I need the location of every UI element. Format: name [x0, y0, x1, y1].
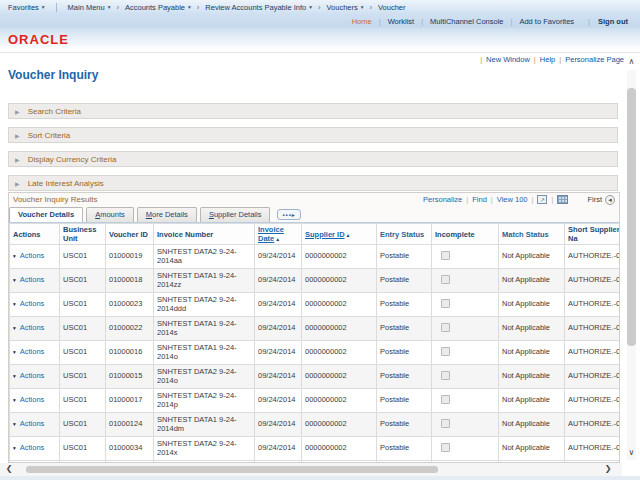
divider — [56, 3, 57, 12]
cell-match-status: Not Applicable — [499, 317, 565, 341]
dropdown-arrow-icon[interactable] — [13, 421, 16, 427]
scroll-down-icon[interactable] — [625, 447, 638, 459]
dropdown-arrow-icon[interactable] — [13, 397, 16, 403]
scroll-left-icon[interactable] — [3, 463, 15, 475]
page-link-new-window[interactable]: New Window — [486, 55, 530, 64]
incomplete-checkbox[interactable] — [441, 395, 450, 404]
breadcrumb-item-accounts-payable[interactable]: Accounts Payable — [122, 3, 194, 12]
tab-supplier-details[interactable]: Supplier Details — [200, 207, 271, 222]
dropdown-arrow-icon[interactable] — [13, 301, 16, 307]
cell-actions: Actions — [10, 389, 60, 413]
col-invoice-date[interactable]: Invoice Date — [255, 224, 302, 245]
actions-link[interactable]: Actions — [20, 275, 45, 284]
breadcrumb-item-label: Review Accounts Payable Info — [205, 3, 306, 12]
expand-arrow-icon — [15, 180, 20, 187]
toolbar-link-add-to-favorites[interactable]: Add to Favorites — [519, 17, 574, 26]
col-incomplete: Incomplete — [432, 224, 499, 245]
cell-match-status: Not Applicable — [499, 269, 565, 293]
cell-supplier-id: 0000000002 — [302, 269, 377, 293]
cell-invoice-date: 09/24/2014 — [255, 365, 302, 389]
cell-voucher-id: 01000019 — [106, 245, 154, 269]
col-short-supplier-na: Short Supplier Na — [565, 224, 621, 245]
dropdown-arrow-icon[interactable] — [13, 277, 16, 283]
section-label: Display Currency Criteria — [28, 155, 117, 164]
incomplete-checkbox[interactable] — [441, 371, 450, 380]
vertical-scrollbar-thumb[interactable] — [627, 88, 636, 346]
results-link-view-100[interactable]: View 100 — [497, 195, 528, 204]
col-supplier-id[interactable]: Supplier ID — [302, 224, 377, 245]
actions-link[interactable]: Actions — [20, 299, 45, 308]
section-label: Sort Criteria — [28, 131, 71, 140]
incomplete-checkbox[interactable] — [441, 323, 450, 332]
actions-link[interactable]: Actions — [20, 251, 45, 260]
results-tabs-row: Voucher DetailsAmountsMore DetailsSuppli… — [9, 206, 619, 223]
toolbar-link-worklist[interactable]: Worklist — [388, 17, 415, 26]
incomplete-checkbox[interactable] — [441, 443, 450, 452]
dropdown-arrow-icon[interactable] — [13, 325, 16, 331]
actions-link[interactable]: Actions — [20, 395, 45, 404]
dropdown-arrow-icon[interactable] — [13, 349, 16, 355]
actions-link[interactable]: Actions — [20, 347, 45, 356]
col-match-status[interactable]: Match Status — [499, 224, 565, 245]
circle-left-arrow-icon[interactable] — [605, 195, 615, 205]
download-grid-icon[interactable] — [557, 195, 568, 204]
incomplete-checkbox[interactable] — [441, 275, 450, 284]
results-title: Voucher Inquiry Results — [13, 195, 98, 204]
dropdown-arrow-icon[interactable] — [13, 253, 16, 259]
breadcrumb-item-review-accounts-payable-info[interactable]: Review Accounts Payable Info — [202, 3, 315, 12]
page-link-help[interactable]: Help — [540, 55, 555, 64]
horizontal-scrollbar-thumb[interactable] — [26, 466, 438, 473]
actions-link[interactable]: Actions — [20, 371, 45, 380]
incomplete-checkbox[interactable] — [441, 347, 450, 356]
section-search-criteria[interactable]: Search Criteria — [8, 103, 618, 119]
breadcrumb-item-voucher[interactable]: Voucher — [375, 3, 409, 12]
cell-short-supplier-name: AUTHORIZE.-00 — [565, 269, 621, 293]
incomplete-checkbox[interactable] — [441, 419, 450, 428]
tab-amounts[interactable]: Amounts — [86, 207, 134, 222]
col-entry-status[interactable]: Entry Status — [377, 224, 432, 245]
actions-link[interactable]: Actions — [20, 419, 45, 428]
popup-window-icon[interactable] — [537, 195, 547, 204]
dropdown-arrow-icon[interactable] — [13, 373, 16, 379]
scroll-up-icon[interactable] — [625, 56, 638, 68]
section-display-currency-criteria[interactable]: Display Currency Criteria — [8, 151, 618, 167]
cell-supplier-id: 0000000002 — [302, 413, 377, 437]
toolbar-link-multichannel-console[interactable]: MultiChannel Console — [430, 17, 503, 26]
breadcrumb-item-vouchers[interactable]: Vouchers — [323, 3, 366, 12]
expand-arrow-icon — [15, 156, 20, 163]
cell-voucher-id: 01000124 — [106, 413, 154, 437]
breadcrumb-favorites[interactable]: Favorites — [5, 3, 48, 12]
separator — [466, 195, 468, 204]
cell-invoice-date: 09/24/2014 — [255, 413, 302, 437]
cell-invoice-date: 09/24/2014 — [255, 293, 302, 317]
separator — [551, 195, 553, 204]
toolbar-link-home[interactable]: Home — [352, 17, 372, 26]
cell-invoice-date: 09/24/2014 — [255, 317, 302, 341]
sign-out-link[interactable]: Sign out — [598, 17, 628, 26]
dropdown-arrow-icon[interactable] — [13, 445, 16, 451]
incomplete-checkbox[interactable] — [441, 251, 450, 260]
cell-business-unit: USC01 — [60, 317, 106, 341]
table-row: ActionsUSC0101000023SNHTEST DATA2 9-24-2… — [10, 293, 621, 317]
tab-voucher-details[interactable]: Voucher Details — [9, 207, 83, 222]
breadcrumb-item-main-menu[interactable]: Main Menu — [65, 3, 114, 12]
actions-link[interactable]: Actions — [20, 323, 45, 332]
incomplete-checkbox[interactable] — [441, 299, 450, 308]
section-late-interest-analysis[interactable]: Late Interest Analysis — [8, 175, 618, 191]
actions-link[interactable]: Actions — [20, 443, 45, 452]
table-row: ActionsUSC0101000015SNHTEST DATA2 9-24-2… — [10, 365, 621, 389]
section-sort-criteria[interactable]: Sort Criteria — [8, 127, 618, 143]
breadcrumb-trail: Main MenuAccounts PayableReview Accounts… — [65, 3, 409, 12]
bottom-strip — [0, 476, 640, 480]
cell-entry-status: Postable — [377, 365, 432, 389]
cell-entry-status: Postable — [377, 245, 432, 269]
results-link-personalize[interactable]: Personalize — [423, 195, 462, 204]
scroll-right-icon[interactable] — [602, 463, 614, 475]
page-title: Voucher Inquiry — [8, 68, 98, 82]
separator — [532, 195, 534, 204]
show-all-columns-icon[interactable] — [277, 209, 300, 220]
page-link-personalize-page[interactable]: Personalize Page — [565, 55, 624, 64]
cell-supplier-id: 0000000002 — [302, 317, 377, 341]
tab-more-details[interactable]: More Details — [137, 207, 197, 222]
results-link-find[interactable]: Find — [472, 195, 487, 204]
